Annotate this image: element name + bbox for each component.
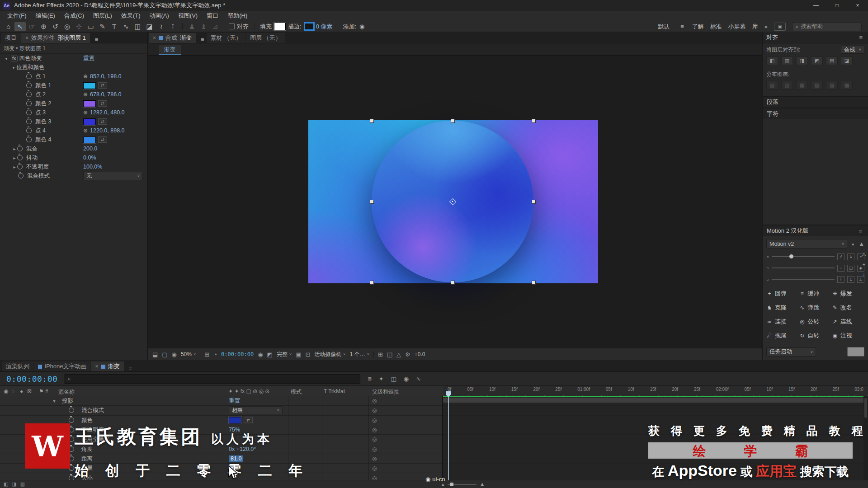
hand-tool-icon[interactable]: ☞ [26,22,38,31]
stopwatch-icon[interactable] [26,74,32,79]
stopwatch-icon[interactable] [69,418,74,423]
workspace-small-screen[interactable]: 小屏幕 [728,23,746,31]
position-icon[interactable]: ⊕ [83,109,88,116]
align-center-v-button[interactable]: ▤ [826,56,838,65]
property-row[interactable]: 混合模式 相乘˅ ◎ [0,406,868,415]
align-top-button[interactable]: ◩ [811,56,823,65]
home-tool-icon[interactable]: ⌂ [3,22,14,31]
stopwatch-icon[interactable] [17,164,23,169]
effect-name[interactable]: 四色渐变 [19,55,42,62]
align-center-h-button[interactable]: ▥ [781,56,793,65]
slider-knob[interactable] [789,254,793,258]
color-swatch[interactable] [83,100,96,107]
menu-window[interactable]: 窗口 [202,11,223,21]
property-row-color2[interactable]: 颜色 2 ⇄ [0,99,147,108]
twirl-open-icon[interactable]: ▾ [11,65,16,70]
close-icon[interactable]: × [95,363,98,370]
paragraph-panel-header[interactable]: 段落 [763,96,868,108]
stopwatch-icon[interactable] [26,110,32,115]
pen-tool-icon[interactable]: ✎ [97,22,108,31]
pick-whip-icon[interactable]: ◎ [372,446,377,452]
fill-label[interactable]: 填充 [260,23,272,31]
motion-tool-trail[interactable]: ☄拖尾 [766,332,799,340]
mini-flowchart-icon[interactable]: ⧈ [368,375,371,382]
resolution-dropdown[interactable]: 完整˅ [277,351,292,358]
twirl-closed-icon[interactable]: ▸ [12,164,17,169]
position-icon[interactable]: ⊕ [83,127,88,134]
shortcut-editor-icon[interactable]: ▣ [774,23,786,31]
motion-slider[interactable] [772,256,835,257]
tab-render-queue[interactable]: 渲染队列 [2,361,33,371]
timeline-button-icon[interactable]: △ [396,351,401,358]
composition-viewport[interactable] [148,56,762,348]
character-panel-header[interactable]: 字符 [763,108,868,119]
stopwatch-icon[interactable] [18,173,24,178]
viewer-tab-gradient[interactable]: 渐变 [159,45,181,55]
group-label[interactable]: 投影 [62,397,73,405]
menu-edit[interactable]: 编辑(E) [31,11,60,21]
stopwatch-icon[interactable] [26,137,32,142]
property-label[interactable]: 颜色 [81,416,93,424]
property-label[interactable]: 混合模式 [81,407,104,414]
motion-panel-header[interactable]: Motion 2 汉化版 ≡ [763,225,868,236]
property-row-point3[interactable]: 点 3 ⊕1282.0, 480.0 [0,108,147,117]
pick-whip-icon[interactable]: ◎ [372,417,377,423]
workspace-default[interactable]: 默认 [658,23,670,31]
tab-project[interactable]: 项目 [1,33,21,43]
panel-menu-icon[interactable]: ≡ [857,34,864,41]
stopwatch-icon[interactable] [69,408,74,413]
zoom-tool-icon[interactable]: ⊕ [38,22,49,31]
eraser-tool-icon[interactable]: ◪ [144,22,155,31]
motion-option-button[interactable]: ▢ [847,265,854,272]
pick-whip-icon[interactable]: ◎ [372,455,377,462]
stopwatch-icon[interactable] [26,101,32,106]
color-swatch[interactable] [83,136,96,143]
distribute-top-button[interactable]: ▤ [766,81,778,89]
track-boundary[interactable] [442,396,443,480]
audio-icon[interactable]: ◌ [12,388,15,394]
align-bottom-button[interactable]: ◪ [841,56,853,65]
type-tool-icon[interactable]: T [108,22,120,31]
timeline-search-input[interactable]: ⌕ [64,374,360,384]
selection-handle[interactable] [532,119,536,123]
motion-tool-lookat[interactable]: ◉注视 [832,332,864,340]
align-to-dropdown[interactable]: 合成˅ [841,46,864,54]
panel-menu-icon[interactable]: ≡ [199,36,206,43]
workspace-standard[interactable]: 标准 [710,23,722,31]
stroke-width-value[interactable]: 0 像素 [316,23,333,31]
help-search-input[interactable]: ⌕ 搜索帮助 [792,22,862,31]
fast-previews-icon[interactable]: ◲ [387,351,392,358]
distribute-bottom-button[interactable]: ▦ [796,81,808,89]
property-value[interactable]: 1220.0, 898.0 [90,127,124,134]
mask-visibility-icon[interactable]: ◔ [213,351,217,358]
eyedropper-icon[interactable]: ⇄ [98,100,107,107]
menu-file[interactable]: 文件(F) [3,11,31,21]
property-row-point2[interactable]: 点 2 ⊕678.0, 786.0 [0,90,147,99]
toggle-transfer-icon[interactable]: ◨ [12,481,16,487]
stopwatch-icon[interactable] [17,146,23,151]
brush-tool-icon[interactable]: ∿ [120,22,132,31]
position-icon[interactable]: ⊕ [83,91,88,98]
show-channel-icon[interactable]: ◩ [267,351,273,358]
motion-tool-bounce[interactable]: +回弹 [766,290,799,298]
motion-tool-spring[interactable]: ∿弹跳 [799,304,831,312]
menu-composition[interactable]: 合成(C) [60,11,89,21]
stroke-color-swatch[interactable] [304,22,315,31]
snap-checkbox[interactable] [229,23,235,29]
distribute-right-button[interactable]: ▩ [841,81,853,89]
grid-guides-icon[interactable]: ⊞ [204,351,209,358]
property-row-color4[interactable]: 颜色 4 ⇄ [0,135,147,144]
mountain-small-icon[interactable]: ▲ [851,242,855,246]
stopwatch-icon[interactable] [17,155,23,160]
reset-link[interactable]: 重置 [83,55,94,62]
motion-slider[interactable] [772,279,835,280]
property-value[interactable]: 100.0% [83,164,102,170]
tab-gradient-timeline[interactable]: × 渐变 [91,361,123,371]
twirl-closed-icon[interactable]: ▸ [12,146,17,151]
selection-handle[interactable] [451,281,455,285]
mountain-large-icon[interactable]: ▲ [859,240,864,247]
source-name-column[interactable]: 源名称 [58,388,75,396]
add-menu-icon[interactable]: ◉ [359,23,364,30]
stopwatch-icon[interactable] [26,83,32,88]
toggle-inout-icon[interactable]: ▥ [20,481,25,487]
